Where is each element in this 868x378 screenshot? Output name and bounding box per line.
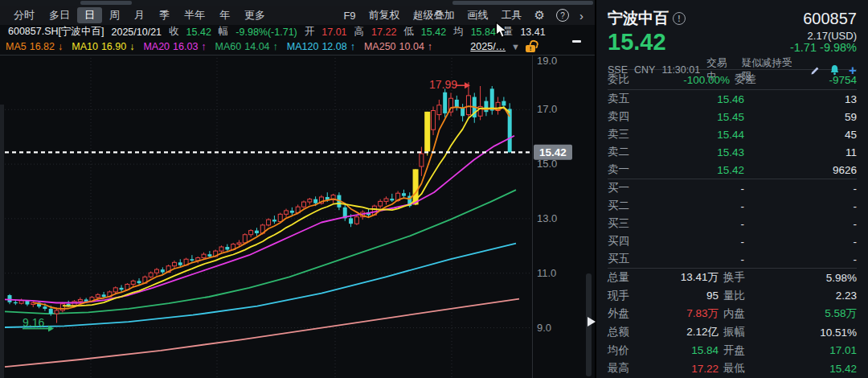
ma-arrow-icon: ↑ bbox=[350, 41, 355, 52]
infobar-field-0: 600857.SH[宁波中百] bbox=[8, 25, 104, 39]
tab-period-更多[interactable]: 更多 bbox=[237, 7, 272, 23]
stat-label: 外盘 bbox=[608, 306, 648, 321]
sell-price[interactable]: 15.44 bbox=[656, 129, 744, 141]
tab-period-半年[interactable]: 半年 bbox=[177, 7, 212, 23]
app-root: 分时多日日周月季半年年更多F9前复权超级叠加画线工具⚙?› 600857.SH[… bbox=[0, 0, 868, 378]
candle-body bbox=[461, 108, 465, 116]
buy-qty: - bbox=[744, 236, 857, 248]
tab-period-季[interactable]: 季 bbox=[152, 7, 177, 23]
help-icon[interactable]: ? bbox=[556, 9, 569, 22]
mouse-cursor bbox=[495, 22, 507, 39]
high-annotation-arrowhead bbox=[465, 82, 470, 88]
candle-body bbox=[237, 243, 241, 244]
candle-body bbox=[502, 101, 506, 106]
candle-body bbox=[354, 217, 358, 224]
minimize-icon[interactable] bbox=[572, 40, 581, 43]
tab-period-分时[interactable]: 分时 bbox=[6, 7, 42, 23]
candle-body bbox=[402, 193, 406, 195]
toolbar-action-画线[interactable]: 画线 bbox=[461, 7, 495, 23]
sell-level-label: 卖三 bbox=[608, 127, 656, 142]
candle-body bbox=[285, 211, 289, 214]
toolbar-action-超级叠加[interactable]: 超级叠加 bbox=[407, 7, 461, 23]
sell-level-label: 卖五 bbox=[608, 92, 656, 106]
tab-period-多日[interactable]: 多日 bbox=[42, 7, 77, 23]
infobar-field-2: 收 bbox=[169, 25, 179, 39]
sell-qty: 9626 bbox=[744, 164, 857, 176]
low-annotation: 9.16 bbox=[23, 316, 44, 329]
sell-price[interactable]: 15.45 bbox=[656, 111, 744, 123]
buy-row[interactable]: 买五-- bbox=[608, 250, 857, 268]
infobar-field-10: 低 bbox=[403, 25, 414, 39]
last-price: 15.42 bbox=[608, 30, 666, 54]
sell-price[interactable]: 15.42 bbox=[656, 164, 744, 176]
candle-body bbox=[267, 220, 271, 225]
candle-body bbox=[14, 302, 18, 303]
buy-row[interactable]: 买一-- bbox=[608, 179, 857, 197]
sell-price[interactable]: 15.43 bbox=[656, 146, 744, 158]
ma-arrow-icon: ↓ bbox=[129, 41, 134, 52]
sell-row[interactable]: 卖四15.4559 bbox=[608, 108, 857, 125]
buy-row[interactable]: 买二-- bbox=[608, 197, 857, 215]
ma-legend-MA20: MA2016.03↑ bbox=[143, 41, 206, 52]
stat-row-1: 现手95量比2.23 bbox=[608, 287, 857, 306]
sell-qty: 13 bbox=[744, 93, 857, 105]
sell-price[interactable]: 15.46 bbox=[656, 93, 744, 105]
buy-price[interactable]: - bbox=[656, 236, 744, 248]
infobar-field-4: 幅 bbox=[219, 25, 229, 39]
ma-legend-MA60: MA6014.04↑ bbox=[215, 41, 278, 52]
buy-price[interactable]: - bbox=[656, 218, 744, 230]
ma-arrow-icon: ↑ bbox=[273, 41, 278, 52]
stat-value: 17.22 bbox=[648, 363, 719, 375]
buy-price[interactable]: - bbox=[656, 253, 744, 265]
tab-period-日[interactable]: 日 bbox=[77, 7, 102, 23]
weibi-row: 委比-100.00%委差-9754 bbox=[608, 70, 857, 90]
infobar-field-5: -9.98%(-1.71) bbox=[235, 27, 297, 38]
left-edge-strip[interactable] bbox=[0, 105, 4, 378]
chart-section: 分时多日日周月季半年年更多F9前复权超级叠加画线工具⚙?› 600857.SH[… bbox=[0, 6, 595, 378]
toolbar-action-F9[interactable]: F9 bbox=[337, 9, 362, 23]
candle-body bbox=[384, 199, 388, 201]
info-icon[interactable]: ! bbox=[673, 12, 686, 25]
buy-price[interactable]: - bbox=[656, 183, 744, 195]
buy-row[interactable]: 买三-- bbox=[608, 215, 857, 232]
infobar-field-1: 2025/10/21 bbox=[112, 27, 162, 38]
gear-icon[interactable]: ⚙ bbox=[529, 8, 551, 23]
candle-body bbox=[96, 294, 100, 297]
scrollbar-thumb[interactable] bbox=[452, 1, 593, 5]
sell-row[interactable]: 卖二15.4311 bbox=[608, 143, 857, 161]
buy-level-label: 买一 bbox=[608, 181, 656, 195]
stat-label: 最低 bbox=[719, 361, 775, 376]
toolbar-action-前复权[interactable]: 前复权 bbox=[362, 7, 407, 23]
tab-period-月[interactable]: 月 bbox=[127, 7, 152, 23]
candle-body bbox=[278, 214, 282, 221]
chevron-right-icon[interactable]: › bbox=[575, 9, 588, 23]
toolbar-action-工具[interactable]: 工具 bbox=[495, 7, 529, 23]
ma-arrow-icon: ↑ bbox=[428, 41, 432, 52]
sell-row[interactable]: 卖三15.4445 bbox=[608, 125, 857, 143]
chart-date-dropdown[interactable]: 2025/… bbox=[470, 41, 506, 52]
candle-body bbox=[249, 231, 253, 235]
tab-period-年[interactable]: 年 bbox=[212, 7, 237, 23]
candle-body bbox=[60, 304, 64, 310]
candle-body bbox=[443, 92, 447, 113]
sell-row[interactable]: 卖五15.4613 bbox=[608, 90, 857, 108]
tab-period-周[interactable]: 周 bbox=[102, 7, 127, 23]
candle-body bbox=[190, 259, 194, 261]
candlestick-chart[interactable]: 17.999.1619.017.015.013.011.09.015.42 bbox=[0, 55, 595, 378]
ma-value: 16.90 bbox=[101, 41, 126, 52]
stat-label: 内盘 bbox=[719, 306, 775, 321]
infobar-field-6: 开 bbox=[305, 25, 315, 39]
buy-price[interactable]: - bbox=[656, 200, 744, 212]
chevron-down-icon[interactable]: ▼ bbox=[511, 42, 520, 51]
buy-row[interactable]: 买四-- bbox=[608, 232, 857, 250]
sell-row[interactable]: 卖一15.429626 bbox=[608, 161, 857, 179]
orange-lock-icon[interactable]: ! bbox=[526, 41, 536, 52]
weibi-value: -100.00% bbox=[649, 74, 730, 86]
sell-qty: 45 bbox=[744, 129, 857, 141]
stat-value: 2.23 bbox=[775, 290, 857, 302]
panel-collapse-handle[interactable] bbox=[588, 317, 596, 327]
stock-code: 600857 bbox=[803, 10, 857, 28]
candle-body bbox=[490, 88, 494, 110]
scrollbar-thumb[interactable] bbox=[80, 1, 132, 5]
buy-qty: - bbox=[744, 253, 857, 265]
